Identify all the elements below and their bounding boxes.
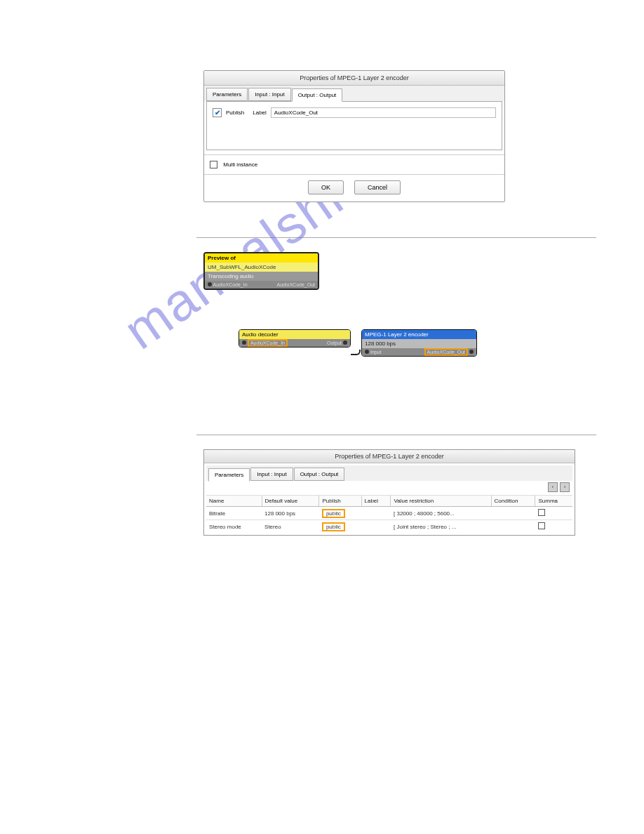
preview-node[interactable]: Preview of UM_SubWFL_AudioXCode Transcod… xyxy=(203,252,319,290)
tab-input-3[interactable]: Input : Input xyxy=(250,468,293,481)
dialog-button-row: OK Cancel xyxy=(204,174,504,201)
cell-summa[interactable] xyxy=(535,520,572,534)
tab-bar: Parameters Input : Input Output : Output xyxy=(204,86,504,101)
col-summa[interactable]: Summa xyxy=(535,496,572,507)
publish-checkbox[interactable]: ✔ xyxy=(213,108,222,117)
col-restriction[interactable]: Value restriction xyxy=(391,496,491,507)
separator-line xyxy=(196,237,596,238)
port-dot-icon xyxy=(242,340,246,345)
encoder-in-port[interactable]: Input xyxy=(370,350,382,355)
cell-name: Stereo mode xyxy=(206,520,262,534)
nav-right-icon[interactable]: › xyxy=(560,482,570,492)
tab-input[interactable]: Input : Input xyxy=(248,88,290,101)
decoder-ports: AudioXCode_In Output xyxy=(239,339,350,347)
cell-restriction: [ 32000 ; 48000 ; 5600... xyxy=(391,507,491,520)
tab-output[interactable]: Output : Output xyxy=(292,88,343,102)
tab-output-3[interactable]: Output : Output xyxy=(294,468,345,481)
col-publish[interactable]: Publish xyxy=(319,496,361,507)
separator-line xyxy=(196,435,596,435)
nav-icons: ‹ › xyxy=(547,482,570,492)
label-label: Label xyxy=(253,110,267,116)
port-dot-icon xyxy=(365,350,369,354)
cell-condition xyxy=(491,507,535,520)
encoder-out-port[interactable]: AudioXCode_Out xyxy=(424,348,468,356)
params-table: Name Default value Publish Label Value r… xyxy=(206,495,572,533)
nav-left-icon[interactable]: ‹ xyxy=(548,482,558,492)
col-label[interactable]: Label xyxy=(361,496,391,507)
cell-name: Bitrate xyxy=(206,507,262,520)
port-dot-icon xyxy=(208,282,212,286)
col-condition[interactable]: Condition xyxy=(491,496,535,507)
preview-header-3: Transcoding audio xyxy=(205,272,318,281)
multi-instance-checkbox[interactable] xyxy=(210,161,217,168)
preview-header-1: Preview of xyxy=(205,253,318,263)
preview-header-2: UM_SubWFL_AudioXCode xyxy=(205,263,318,272)
label-input[interactable] xyxy=(271,107,496,118)
tab-content-output: ✔ Publish Label xyxy=(206,101,502,150)
tab-parameters-3[interactable]: Parameters xyxy=(208,468,250,482)
ok-button[interactable]: OK xyxy=(308,180,344,194)
cancel-button[interactable]: Cancel xyxy=(354,180,401,194)
decoder-title: Audio decoder xyxy=(239,330,350,339)
workflow-node-graph: Preview of UM_SubWFL_AudioXCode Transcod… xyxy=(203,252,505,385)
table-row[interactable]: Stereo mode Stereo public [ Joint stereo… xyxy=(206,520,572,534)
encoder-ports: Input AudioXCode_Out xyxy=(362,348,476,356)
col-name[interactable]: Name xyxy=(206,496,262,507)
publish-label: Publish xyxy=(226,110,244,116)
mpeg-encoder-node[interactable]: MPEG-1 Layer 2 encoder 128 000 bps Input… xyxy=(361,329,477,357)
table-row[interactable]: Bitrate 128 000 bps public [ 32000 ; 480… xyxy=(206,507,572,520)
cell-label xyxy=(361,520,391,534)
node-connector xyxy=(351,350,362,357)
preview-ports: AudioXCode_In AudioXCode_Out xyxy=(205,281,318,289)
cell-default: Stereo xyxy=(262,520,319,534)
encoder-subtitle: 128 000 bps xyxy=(362,339,476,348)
cell-label xyxy=(361,507,391,520)
cell-restriction: [ Joint stereo ; Stereo ; ... xyxy=(391,520,491,534)
multi-instance-section: Multi instance xyxy=(204,154,504,174)
port-dot-icon xyxy=(469,350,474,354)
tab-bar-3: Parameters Input : Input Output : Output xyxy=(206,465,572,481)
decoder-in-port[interactable]: AudioXCode_In xyxy=(248,339,288,347)
cell-publish[interactable]: public xyxy=(319,520,361,534)
decoder-out-port[interactable]: Output xyxy=(327,340,342,345)
encoder-title: MPEG-1 Layer 2 encoder xyxy=(362,330,476,339)
table-header-row: Name Default value Publish Label Value r… xyxy=(206,496,572,507)
cell-summa[interactable] xyxy=(535,507,572,520)
audio-decoder-node[interactable]: Audio decoder AudioXCode_In Output xyxy=(239,329,351,348)
cell-publish[interactable]: public xyxy=(319,507,361,520)
cell-default: 128 000 bps xyxy=(262,507,319,520)
dialog-title: Properties of MPEG-1 Layer 2 encoder xyxy=(204,71,504,86)
properties-dialog-output: Properties of MPEG-1 Layer 2 encoder Par… xyxy=(203,70,505,202)
tab-parameters[interactable]: Parameters xyxy=(206,88,248,101)
col-default[interactable]: Default value xyxy=(262,496,319,507)
port-dot-icon xyxy=(343,340,347,345)
multi-instance-label: Multi instance xyxy=(223,161,257,168)
dialog3-title: Properties of MPEG-1 Layer 2 encoder xyxy=(204,450,575,463)
properties-dialog-params: Properties of MPEG-1 Layer 2 encoder Par… xyxy=(203,449,575,536)
cell-condition xyxy=(491,520,535,534)
